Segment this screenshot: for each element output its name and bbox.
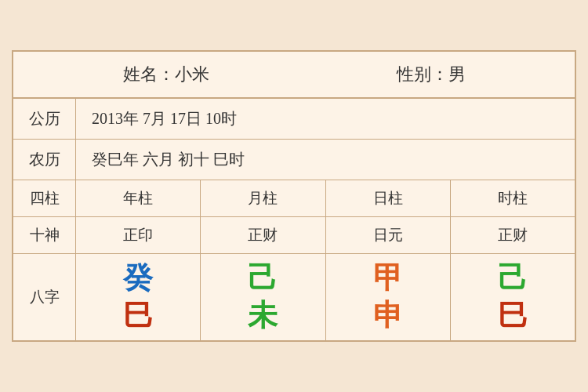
shishen-year: 正印 <box>76 217 201 253</box>
lunar-row: 农历 癸巳年 六月 初十 巳时 <box>13 140 575 180</box>
bazi-col-0: 癸 巳 <box>76 254 201 340</box>
solar-row: 公历 2013年 7月 17日 10时 <box>13 99 575 140</box>
col-hour: 时柱 <box>451 180 575 216</box>
columns-row: 四柱 年柱 月柱 日柱 时柱 <box>13 180 575 217</box>
bazi-month-bottom: 未 <box>248 299 278 332</box>
bazi-label: 八字 <box>13 254 76 340</box>
bazi-year-top: 癸 <box>123 262 153 295</box>
shishen-day: 日元 <box>326 217 451 253</box>
shishen-row: 十神 正印 正财 日元 正财 <box>13 217 575 254</box>
col-day: 日柱 <box>326 180 451 216</box>
bazi-col-3: 己 巳 <box>451 254 575 340</box>
shishen-hour: 正财 <box>451 217 575 253</box>
shishen-label: 十神 <box>13 217 76 253</box>
name-label: 姓名：小米 <box>123 63 209 86</box>
bazi-day-bottom: 申 <box>373 299 403 332</box>
shishen-month: 正财 <box>201 217 325 253</box>
bazi-month-top: 己 <box>248 262 278 295</box>
solar-value: 2013年 7月 17日 10时 <box>76 99 575 139</box>
bazi-year-bottom: 巳 <box>123 299 153 332</box>
col-month: 月柱 <box>201 180 325 216</box>
main-container: 姓名：小米 性别：男 公历 2013年 7月 17日 10时 农历 癸巳年 六月… <box>12 50 576 342</box>
solar-label: 公历 <box>13 99 76 139</box>
lunar-value: 癸巳年 六月 初十 巳时 <box>76 140 575 180</box>
bazi-hour-top: 己 <box>498 262 528 295</box>
col-year: 年柱 <box>76 180 201 216</box>
bazi-hour-bottom: 巳 <box>498 299 528 332</box>
bazi-day-top: 甲 <box>373 262 403 295</box>
bazi-col-1: 己 未 <box>201 254 325 340</box>
columns-label: 四柱 <box>13 180 76 216</box>
lunar-label: 农历 <box>13 140 76 180</box>
gender-label: 性别：男 <box>397 63 466 86</box>
header-row: 姓名：小米 性别：男 <box>13 52 575 99</box>
bazi-col-2: 甲 申 <box>326 254 451 340</box>
bazi-row: 八字 癸 巳 己 未 甲 申 己 巳 <box>13 254 575 340</box>
